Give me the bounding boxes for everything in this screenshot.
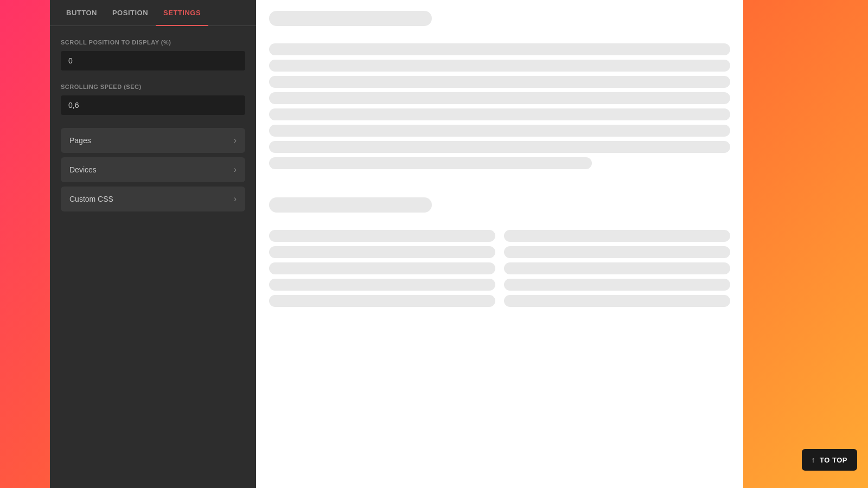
skeleton-row — [269, 141, 730, 153]
skeleton-row — [269, 262, 495, 274]
chevron-right-icon: › — [234, 136, 237, 145]
left-panel: BUTTON POSITION SETTINGS SCROLL POSITION… — [50, 0, 256, 488]
skeleton-row — [269, 295, 495, 307]
scroll-position-label: SCROLL POSITION TO DISPLAY (%) — [61, 39, 245, 46]
skeleton-row — [269, 43, 730, 55]
skeleton-row — [504, 279, 730, 291]
skeleton-row — [269, 157, 592, 169]
tab-position[interactable]: POSITION — [105, 0, 156, 25]
skeleton-row — [269, 76, 730, 88]
skeleton-col-left — [269, 230, 495, 307]
accordion-pages-label: Pages — [69, 136, 91, 145]
skeleton-row — [504, 230, 730, 242]
arrow-up-icon: ↑ — [812, 455, 816, 464]
scrolling-speed-label: SCROLLING SPEED (SEC) — [61, 84, 245, 90]
skeleton-two-col — [269, 230, 730, 307]
to-top-label: TO TOP — [820, 456, 847, 464]
skeleton-row — [269, 197, 432, 213]
skeleton-row — [504, 262, 730, 274]
tab-settings[interactable]: SETTINGS — [156, 0, 208, 25]
chevron-right-icon: › — [234, 165, 237, 175]
panel-content: SCROLL POSITION TO DISPLAY (%) SCROLLING… — [50, 26, 256, 488]
skeleton-row — [269, 92, 730, 104]
accordion-devices-label: Devices — [69, 165, 97, 174]
to-top-button[interactable]: ↑ TO TOP — [802, 449, 857, 471]
scrolling-speed-input[interactable] — [61, 95, 245, 115]
chevron-right-icon: › — [234, 194, 237, 204]
tab-bar: BUTTON POSITION SETTINGS — [50, 0, 256, 26]
tab-button[interactable]: BUTTON — [59, 0, 105, 25]
skeleton-row — [269, 125, 730, 137]
skeleton-row — [269, 60, 730, 72]
skeleton-row — [269, 279, 495, 291]
skeleton-row — [269, 246, 495, 258]
scroll-position-input[interactable] — [61, 51, 245, 70]
skeleton-row — [504, 295, 730, 307]
skeleton-col-right — [504, 230, 730, 307]
skeleton-row — [269, 230, 495, 242]
skeleton-row — [504, 246, 730, 258]
accordion-pages[interactable]: Pages › — [61, 128, 245, 153]
skeleton-row — [269, 108, 730, 120]
accordion-custom-css[interactable]: Custom CSS › — [61, 187, 245, 211]
right-content — [256, 0, 743, 488]
accordion-devices[interactable]: Devices › — [61, 157, 245, 182]
skeleton-row — [269, 11, 432, 26]
accordion-custom-css-label: Custom CSS — [69, 195, 113, 203]
